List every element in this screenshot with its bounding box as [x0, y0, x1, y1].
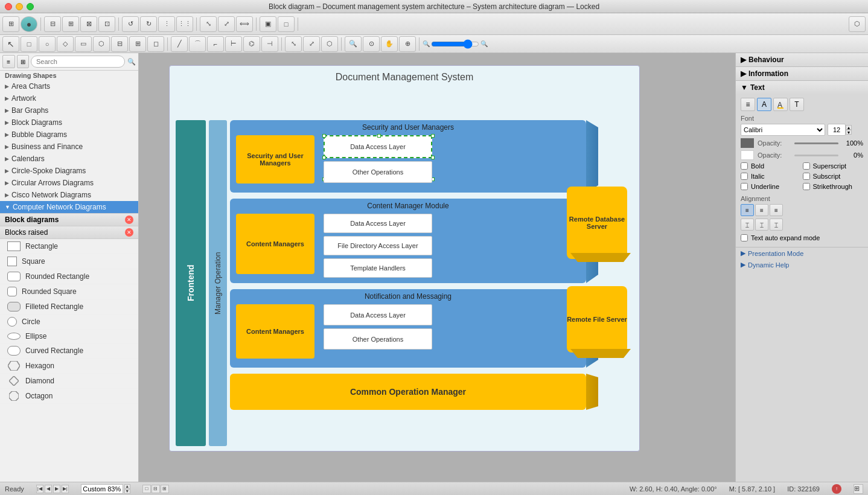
view-2col-btn[interactable]: ⊟: [152, 485, 160, 493]
line-tool[interactable]: ╱: [171, 36, 188, 52]
security-other-ops[interactable]: Other Operations: [324, 161, 432, 183]
shape-rounded-rect[interactable]: Rounded Rectangle: [0, 269, 138, 284]
toolbar-redo-btn[interactable]: ↻: [140, 16, 157, 32]
minimize-button[interactable]: [16, 3, 23, 10]
toolbar-distribute-btn[interactable]: ⋮⋮: [176, 16, 193, 32]
zoom-out-btn[interactable]: 🔍: [345, 36, 362, 52]
rect-tool[interactable]: □: [21, 36, 37, 52]
toolbar-flip-btn[interactable]: ⟺: [236, 16, 253, 32]
toolbar-scale-btn[interactable]: ⤢: [218, 16, 235, 32]
toolbar-ungroup-btn[interactable]: □: [278, 16, 295, 32]
search-icon[interactable]: 🔍: [127, 58, 136, 66]
view-full-btn[interactable]: ⊞: [161, 485, 169, 493]
pan-btn[interactable]: ✋: [381, 36, 398, 52]
search-input[interactable]: [31, 56, 125, 68]
shape-square[interactable]: Square: [0, 254, 138, 269]
presentation-mode-anchor[interactable]: ▶ Presentation Mode: [736, 248, 868, 259]
select-tool[interactable]: ↖: [2, 36, 19, 52]
presentation-mode-link[interactable]: ▶ Presentation Mode: [736, 248, 868, 259]
toolbar-auto-btn[interactable]: ⊡: [98, 16, 115, 32]
valign-bot-btn[interactable]: ⌶: [770, 219, 783, 231]
uml-tool[interactable]: ⊞: [129, 36, 146, 52]
page-last-btn[interactable]: ▶|: [62, 485, 69, 493]
align-left-btn[interactable]: ≡: [741, 204, 754, 216]
shape-curved-rect[interactable]: Curved Rectangle: [0, 343, 138, 359]
toolbar-align-btn[interactable]: ⋮: [158, 16, 175, 32]
page-first-btn[interactable]: |◀: [36, 485, 43, 493]
shape-hexagon[interactable]: Hexagon: [0, 359, 138, 374]
view-normal-btn[interactable]: □: [142, 485, 151, 493]
strikethrough-checkbox[interactable]: [803, 183, 810, 190]
bend-tool[interactable]: ⌐: [207, 36, 224, 52]
font-family-select[interactable]: Calibri: [741, 124, 825, 136]
close-button[interactable]: [5, 3, 12, 10]
diagram-canvas[interactable]: Document Management System Frontend Mana…: [139, 53, 735, 482]
page-prev-btn[interactable]: ◀: [45, 485, 52, 493]
toolbar-export-btn[interactable]: ⬡: [849, 16, 866, 32]
shape-octagon[interactable]: Octagon: [0, 389, 138, 404]
notification-other-ops[interactable]: Other Operations: [324, 328, 432, 350]
sidebar-item-circular-arrows[interactable]: ▶ Circular Arrows Diagrams: [0, 177, 138, 189]
shape-rounded-square[interactable]: Rounded Square: [0, 284, 138, 299]
container-tool[interactable]: ▭: [75, 36, 92, 52]
block-diagrams-close-btn[interactable]: ✕: [125, 216, 133, 224]
bold-checkbox[interactable]: [741, 162, 748, 170]
shape-ellipse[interactable]: Ellipse: [0, 330, 138, 343]
canvas-area[interactable]: Document Management System Frontend Mana…: [139, 53, 735, 482]
ellipse-tool[interactable]: ○: [39, 36, 56, 52]
text-color-btn[interactable]: A: [773, 98, 788, 111]
curve-tool[interactable]: ⌒: [189, 36, 206, 52]
remote-db-server[interactable]: Remote Database Server: [567, 187, 627, 259]
flowchart-tool[interactable]: ⬡: [93, 36, 110, 52]
toolbar-open-btn[interactable]: ●: [21, 16, 37, 32]
sidebar-item-bar-graphs[interactable]: ▶ Bar Graphs: [0, 104, 138, 117]
toolbar-new-btn[interactable]: ⊞: [2, 16, 19, 32]
text-auto-expand-checkbox[interactable]: [741, 234, 748, 241]
entity-tool[interactable]: ⊟: [111, 36, 128, 52]
resize-handle-tool[interactable]: ⤡: [285, 36, 302, 52]
zoom-in-btn[interactable]: ⊕: [399, 36, 416, 52]
opacity2-slider[interactable]: [794, 155, 838, 156]
common-op-manager[interactable]: Common Operation Manager: [230, 374, 586, 410]
toolbar-group-btn[interactable]: ▣: [260, 16, 276, 32]
sidebar-item-circle-spoke[interactable]: ▶ Circle-Spoke Diagrams: [0, 165, 138, 177]
zoom-down-arrow[interactable]: ▼: [124, 489, 130, 494]
data-access-layer-selected[interactable]: Data Access Layer: [324, 135, 432, 158]
content-data-access[interactable]: Data Access Layer: [324, 214, 432, 233]
zoom-value-input[interactable]: [81, 484, 123, 494]
shape-circle[interactable]: Circle: [0, 315, 138, 330]
sidebar-item-calendars[interactable]: ▶ Calendars: [0, 153, 138, 165]
block-diagrams-header[interactable]: Block diagrams ✕: [0, 214, 138, 226]
sidebar-item-cisco[interactable]: ▶ Cisco Network Diagrams: [0, 189, 138, 201]
font-size-down-btn[interactable]: ▼: [846, 130, 852, 135]
superscript-checkbox[interactable]: [803, 162, 810, 170]
dynamic-help-anchor[interactable]: ▶ Dynamic Help: [736, 259, 868, 270]
notification-yellow-box[interactable]: Content Managers: [236, 304, 314, 359]
blocks-raised-close-btn[interactable]: ✕: [125, 228, 133, 237]
dynamic-help-link[interactable]: ▶ Dynamic Help: [736, 259, 868, 270]
remote-file-server[interactable]: Remote File Server: [567, 286, 627, 353]
toolbar-connect-btn[interactable]: ⊞: [62, 16, 79, 32]
text-fill-btn[interactable]: A: [757, 98, 771, 111]
sidebar-item-business-finance[interactable]: ▶ Business and Finance: [0, 141, 138, 153]
page-next-btn[interactable]: ▶: [53, 485, 60, 493]
underline-checkbox[interactable]: [741, 183, 748, 190]
size2-tool[interactable]: ⤢: [303, 36, 320, 52]
zoom-up-arrow[interactable]: ▲: [124, 484, 130, 489]
content-file-access[interactable]: File Directory Access Layer: [324, 236, 432, 255]
opacity1-slider[interactable]: [794, 142, 838, 144]
toolbar-undo-btn[interactable]: ↺: [122, 16, 139, 32]
shape-diamond[interactable]: Diamond: [0, 374, 138, 389]
smart-tool[interactable]: ⌬: [243, 36, 260, 52]
align-center-btn[interactable]: ≡: [755, 204, 768, 216]
valign-top-btn[interactable]: ⌶: [741, 219, 754, 231]
template-handlers[interactable]: Template Handlers: [324, 258, 432, 278]
toolbar-resize-btn[interactable]: ⤡: [200, 16, 217, 32]
sidebar-item-computer-network[interactable]: ▼ Computer Network Diagrams: [0, 201, 138, 213]
toolbar-layout-btn[interactable]: ⊠: [80, 16, 97, 32]
sidebar-item-artwork[interactable]: ▶ Artwork: [0, 92, 138, 104]
shape-rectangle[interactable]: Rectangle: [0, 239, 138, 254]
text-left-align-btn[interactable]: ≡: [741, 98, 755, 111]
shape-filleted-rect[interactable]: Filleted Rectangle: [0, 299, 138, 315]
security-yellow-box[interactable]: Security and User Managers: [236, 135, 314, 184]
